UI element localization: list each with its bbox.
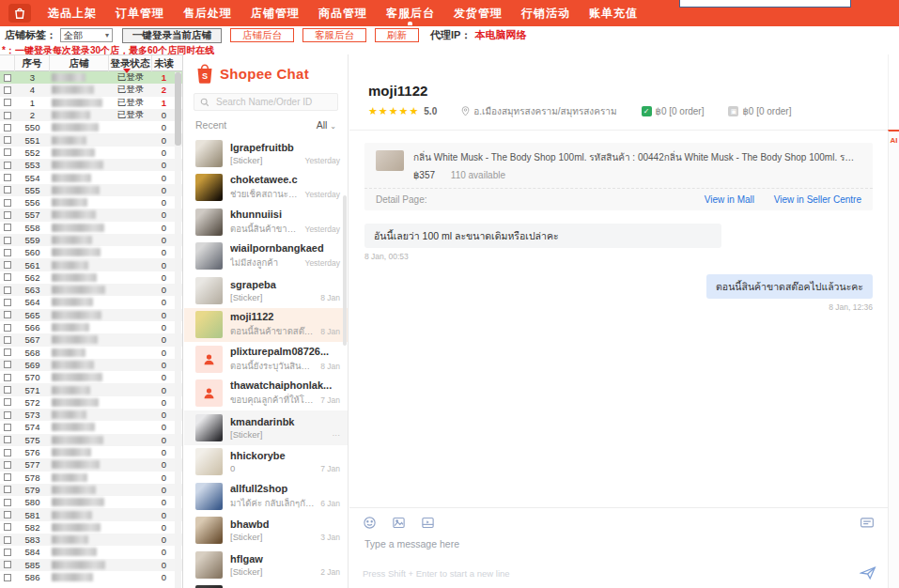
table-row[interactable]: 582 0 [0,521,182,534]
table-row[interactable]: 561 0 [0,258,182,271]
row-checkbox[interactable] [4,148,11,156]
nav-item-3[interactable]: 售后处理 [174,0,241,26]
row-checkbox[interactable] [4,136,11,144]
image-upload-icon[interactable] [392,516,406,530]
nav-item-1[interactable]: 选品上架 [39,0,106,26]
table-row[interactable]: 571 0 [0,383,182,395]
table-row[interactable]: 4 已登录 2 [0,84,182,96]
header-shop[interactable]: 店铺 [50,55,109,71]
row-checkbox[interactable] [4,311,11,318]
contact-item-choketaweec[interactable]: choketawee.c ช่วยเช็คสถานะเงินเดือนให้ด.… [184,171,348,206]
contact-list-scrollbar[interactable] [343,195,347,346]
table-row[interactable]: 557 0 [0,209,182,221]
table-row[interactable]: 580 0 [0,496,182,508]
row-checkbox[interactable] [4,199,11,207]
row-checkbox[interactable] [4,411,11,419]
row-checkbox[interactable] [4,424,11,431]
service-backend-button[interactable]: 客服后台 [302,28,366,42]
nav-item-7[interactable]: 发货管理 [444,0,512,26]
nav-item-8[interactable]: 行销活动 [512,0,580,26]
table-row[interactable]: 578 0 [0,472,182,484]
row-checkbox[interactable] [4,386,11,394]
table-row[interactable]: 555 0 [0,184,182,196]
row-checkbox[interactable] [4,473,11,481]
row-checkbox[interactable] [4,523,11,531]
table-row[interactable]: 564 0 [0,296,182,308]
row-checkbox[interactable] [4,124,11,132]
table-row[interactable]: 559 0 [0,234,182,246]
table-row[interactable]: 576 0 [0,446,182,458]
row-checkbox[interactable] [4,486,11,493]
contact-item-moji1122[interactable]: moji1122 ตอนนี้สินค้าขาดสต๊อคไปเเ 8 Jan [184,308,348,343]
row-checkbox[interactable] [4,499,11,506]
chat-filter-dropdown[interactable]: All ⌄ [317,119,336,131]
table-row[interactable]: 553 0 [0,159,182,171]
nav-item-4[interactable]: 店铺管理 [241,0,309,26]
table-row[interactable]: 583 0 [0,534,182,546]
contact-item-hflgaw[interactable]: hflgaw [Sticker] 2 Jan [184,548,348,582]
shop-backend-button[interactable]: 店铺后台 [230,28,294,42]
quick-reply-icon[interactable] [860,517,875,530]
contact-item-hhickorybe[interactable]: hhickorybe 0 7 Jan [184,445,348,480]
row-checkbox[interactable] [4,398,11,406]
nav-item-2[interactable]: 订单管理 [106,0,174,26]
row-checkbox[interactable] [4,249,11,256]
row-checkbox[interactable] [4,211,11,219]
row-checkbox[interactable] [4,336,11,344]
nav-item-9[interactable]: 账单充值 [580,0,647,26]
chat-search-input[interactable] [214,96,327,108]
row-checkbox[interactable] [4,112,11,119]
table-row[interactable]: 579 0 [0,484,182,496]
table-row[interactable]: 585 0 [0,559,182,571]
row-checkbox[interactable] [4,237,11,244]
shop-tag-select[interactable]: 全部 ▾ [60,28,113,42]
row-checkbox[interactable] [4,561,11,568]
table-row[interactable]: 568 0 [0,347,182,359]
row-checkbox[interactable] [4,361,11,368]
row-checkbox[interactable] [4,74,11,82]
row-checkbox[interactable] [4,374,11,381]
table-row[interactable]: 573 0 [0,409,182,421]
view-in-mall-link[interactable]: View in Mall [705,194,754,205]
row-checkbox[interactable] [4,162,11,169]
contact-item-lgrapefruitbb[interactable]: lgrapefruitbb [Sticker] Yesterday [184,136,348,171]
table-row[interactable]: 581 0 [0,508,182,520]
row-checkbox[interactable] [4,224,11,231]
row-checkbox[interactable] [4,461,11,469]
table-row[interactable]: 562 0 [0,271,182,284]
row-checkbox[interactable] [4,536,11,544]
ai-assistant-collapsed-tab[interactable]: AI [888,130,899,588]
table-row[interactable]: 565 0 [0,309,182,321]
row-checkbox[interactable] [4,324,11,332]
table-row[interactable]: 563 0 [0,284,182,296]
refresh-button[interactable]: 刷新 [375,28,419,42]
table-row[interactable]: 552 0 [0,147,182,159]
table-row[interactable]: 1 已登录 1 [0,97,182,109]
contact-item-kmandarinbk[interactable]: kmandarinbk [Sticker] ··· [184,410,348,445]
table-row[interactable]: 567 0 [0,333,182,346]
contact-item-khunnuiisi[interactable]: khunnuiisi ตอนนี้สินค้าขาดสต๊อย... Yeste… [184,205,348,240]
video-upload-icon[interactable] [421,516,435,530]
contact-item-sgrapeba[interactable]: sgrapeba [Sticker] 8 Jan [184,273,348,308]
table-scrollbar-thumb[interactable] [175,72,181,146]
header-no[interactable]: 序号 [15,55,50,71]
row-checkbox[interactable] [4,511,11,518]
table-row[interactable]: 3 已登录 1 [0,71,182,84]
table-row[interactable]: 577 0 [0,458,182,471]
row-checkbox[interactable] [4,549,11,556]
contact-item-wiailpornbangkaed[interactable]: wiailpornbangkaed ไม่มีส่งลูกค้า Yesterd… [184,240,348,274]
row-checkbox[interactable] [4,174,11,181]
row-checkbox[interactable] [4,574,11,581]
row-checkbox[interactable] [4,436,11,443]
table-row[interactable]: 560 0 [0,246,182,258]
send-icon[interactable] [860,565,876,580]
nav-item-5[interactable]: 商品管理 [309,0,377,26]
table-row[interactable]: 551 0 [0,133,182,146]
message-input[interactable] [363,537,851,550]
one-key-login-button[interactable]: 一键登录当前店铺 [122,28,222,43]
view-in-seller-centre-link[interactable]: View in Seller Centre [774,194,861,205]
table-row[interactable]: 570 0 [0,371,182,383]
table-row[interactable]: 556 0 [0,196,182,209]
table-row[interactable]: 558 0 [0,222,182,234]
row-checkbox[interactable] [4,273,11,281]
